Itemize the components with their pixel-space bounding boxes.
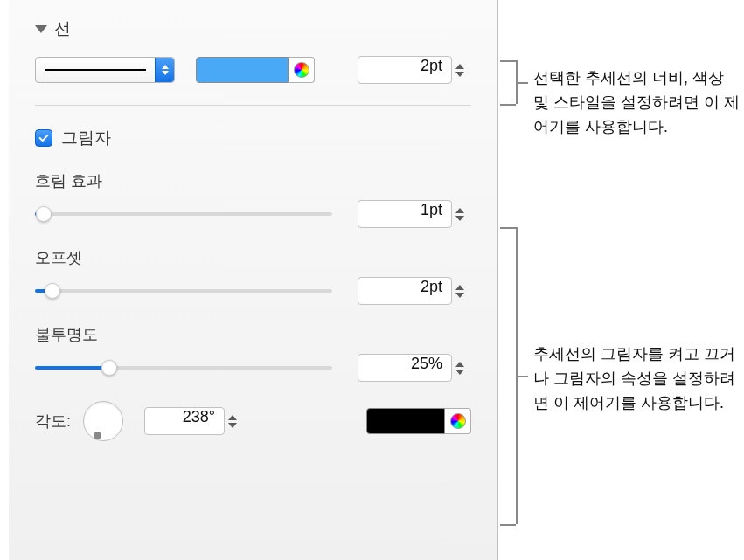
offset-input[interactable]: 2pt	[358, 277, 452, 305]
opacity-stepper[interactable]	[455, 354, 471, 382]
line-style-select[interactable]	[35, 57, 175, 83]
stepper-up-icon	[455, 362, 464, 367]
angle-dial[interactable]	[83, 401, 123, 441]
angle-indicator	[94, 432, 101, 439]
opacity-slider[interactable]	[35, 359, 332, 377]
opacity-label: 불투명도	[35, 324, 471, 345]
offset-slider[interactable]	[35, 282, 332, 300]
slider-thumb	[45, 283, 60, 299]
line-section-title: 선	[54, 17, 71, 40]
slider-thumb	[101, 360, 117, 376]
offset-stepper[interactable]	[455, 277, 471, 305]
line-preview	[45, 69, 146, 71]
callout-connector	[516, 82, 528, 84]
stepper-up-icon	[455, 64, 464, 69]
opacity-input[interactable]: 25%	[358, 354, 452, 382]
blur-input[interactable]: 1pt	[358, 200, 452, 228]
blur-slider[interactable]	[35, 205, 332, 223]
slider-track	[35, 212, 332, 216]
callout-shadow-controls: 추세선의 그림자를 켜고 끄거나 그림자의 속성을 설정하려면 이 제어기를 사…	[533, 342, 743, 416]
line-color-well[interactable]	[196, 57, 289, 83]
angle-input[interactable]: 238°	[144, 407, 225, 435]
angle-label: 각도:	[35, 411, 71, 432]
callout-connector	[500, 227, 516, 229]
blur-stepper[interactable]	[455, 200, 471, 228]
line-width-stepper[interactable]	[455, 56, 471, 84]
line-color-picker-button[interactable]	[289, 57, 315, 83]
angle-stepper[interactable]	[228, 407, 244, 435]
stepper-down-icon	[228, 423, 237, 428]
disclosure-triangle-icon	[35, 25, 47, 33]
blur-label: 흐림 효과	[35, 170, 471, 191]
checkmark-icon	[38, 132, 50, 144]
stepper-up-icon	[455, 285, 464, 290]
dropdown-arrows-icon	[155, 58, 174, 82]
slider-track	[35, 289, 332, 293]
shadow-checkbox[interactable]	[35, 129, 52, 147]
callout-connector	[500, 524, 516, 526]
slider-fill	[35, 366, 109, 370]
stepper-up-icon	[228, 415, 237, 420]
callout-connector	[500, 104, 516, 106]
shadow-color-well[interactable]	[366, 408, 445, 434]
color-wheel-icon	[450, 413, 466, 429]
color-wheel-icon	[294, 62, 309, 78]
shadow-color-picker-button[interactable]	[445, 408, 471, 434]
line-width-input[interactable]: 2pt	[358, 56, 452, 84]
shadow-checkbox-label: 그림자	[61, 127, 111, 149]
callout-line-controls: 선택한 추세선의 너비, 색상 및 스타일을 설정하려면 이 제어기를 사용합니…	[533, 66, 743, 140]
callout-connector	[500, 60, 516, 62]
offset-label: 오프셋	[35, 247, 471, 268]
callout-connector	[516, 376, 528, 377]
line-section-header[interactable]: 선	[35, 17, 471, 40]
stepper-up-icon	[455, 208, 464, 213]
stepper-down-icon	[455, 370, 464, 375]
stepper-down-icon	[455, 293, 464, 298]
stepper-down-icon	[455, 216, 464, 221]
stepper-down-icon	[455, 72, 464, 77]
slider-thumb	[36, 206, 52, 222]
